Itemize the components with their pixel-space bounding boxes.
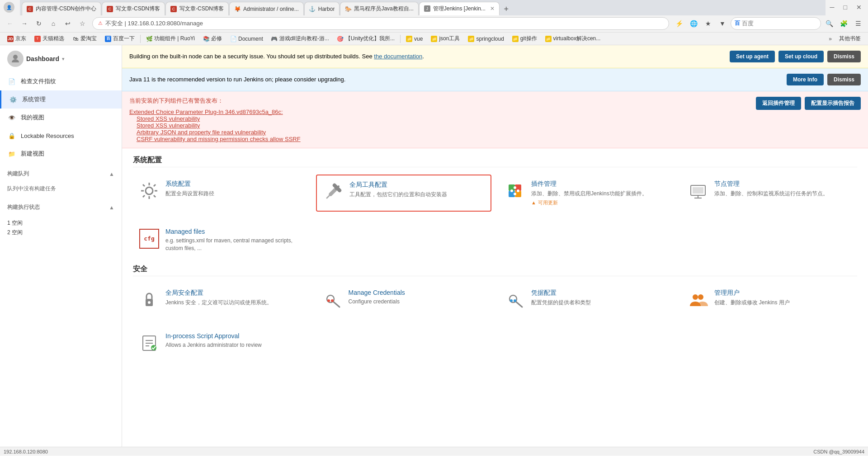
global-tools-title[interactable]: 全局工具配置: [349, 181, 486, 189]
sidebar-item-my-view[interactable]: 👁️ 我的视图: [0, 109, 122, 127]
sidebar-item-file-check[interactable]: 📄 检查文件指纹: [0, 72, 122, 90]
plugin-config-button[interactable]: 配置显示插告报告: [805, 97, 861, 110]
build-exec-status-1: 空闲: [12, 220, 23, 226]
search-bar[interactable]: 百: [731, 17, 821, 30]
build-exec-title: 构建执行状态: [7, 203, 40, 211]
managed-files-title[interactable]: Managed files: [165, 228, 303, 235]
security-dismiss-button[interactable]: Dismiss: [827, 51, 861, 62]
plugin-link-xss1[interactable]: Stored XSS vulnerability: [137, 115, 200, 122]
back-button[interactable]: ←: [4, 17, 16, 30]
plugins-title[interactable]: 插件管理: [531, 180, 669, 188]
plugin-link-csrf[interactable]: CSRF vulnerability and missing permissio…: [137, 136, 301, 142]
grid-item-sys-config[interactable]: 系统配置 配置全局设置和路径: [133, 175, 309, 212]
tab-title-csdn2: 写文章-CSDN博客: [116, 5, 160, 13]
java-dismiss-button[interactable]: Dismiss: [827, 74, 861, 85]
tab-harbor[interactable]: ⚓ Harbor: [304, 2, 340, 15]
grid-item-managed-files[interactable]: cfg Managed files e.g. settings.xml for …: [133, 222, 309, 258]
search-input[interactable]: [742, 20, 817, 27]
managed-files-desc: e.g. settings.xml for maven, central man…: [165, 237, 303, 252]
credentials-title[interactable]: Manage Credentials: [349, 289, 486, 296]
refresh-button[interactable]: ↻: [33, 17, 45, 30]
plugin-link-xss2[interactable]: Stored XSS vulnerability: [137, 122, 200, 129]
svg-point-31: [331, 299, 334, 302]
tab-close-jenkins[interactable]: ✕: [490, 5, 495, 12]
sidebar-item-new-view[interactable]: 📁 新建视图: [0, 145, 122, 163]
bookmark-vue[interactable]: 📁 vue: [402, 35, 426, 43]
home-button[interactable]: ⌂: [47, 17, 60, 30]
tab-csdn1[interactable]: C 内容管理-CSDN创作中心: [22, 2, 101, 15]
global-security-icon: [138, 289, 160, 311]
more-info-button[interactable]: More Info: [787, 74, 824, 85]
grid-item-nodes[interactable]: 节点管理 添加、删除、控制和监视系统运行任务的节点。: [682, 175, 858, 212]
back2-button[interactable]: ↩: [61, 17, 74, 30]
grid-item-credentials[interactable]: Manage Credentials Configure credentials: [316, 283, 492, 316]
script-approval-title[interactable]: In-process Script Approval: [165, 332, 303, 340]
bookmark-unity[interactable]: 🎯 【Unity优化】我所...: [334, 34, 398, 43]
grid-item-global-tools[interactable]: 全局工具配置 工具配置，包括它们的位置和自动安装器: [316, 175, 492, 212]
bookmark-button[interactable]: ☆: [76, 17, 89, 30]
tab-csdn2[interactable]: C 写文章-CSDN博客: [102, 2, 165, 15]
maximize-button[interactable]: □: [841, 4, 850, 11]
grid-item-global-security[interactable]: 全局安全配置 Jenkins 安全，定义谁可以访问或使用系统。: [133, 283, 309, 316]
bookmark-bixiu[interactable]: 📚 必修: [199, 34, 226, 43]
tab-heima[interactable]: 🐎 黑马程序员Java教程自...: [340, 2, 418, 15]
translate-button[interactable]: 🌐: [687, 17, 700, 30]
bookmark-spring[interactable]: 📁 springcloud: [464, 35, 507, 43]
bookmark-ruoyi[interactable]: 🌿 功能组件 | RuoYi: [142, 34, 198, 43]
star-button[interactable]: ★: [702, 17, 714, 30]
bookmark-json[interactable]: 📁 json工具: [427, 34, 463, 43]
setup-cloud-button[interactable]: Set up cloud: [778, 51, 824, 62]
nodes-title[interactable]: 节点管理: [714, 180, 852, 188]
new-tab-button[interactable]: +: [500, 3, 513, 15]
svg-point-0: [13, 55, 18, 59]
bookmark-git[interactable]: 📁 git操作: [509, 34, 541, 43]
tab-csdn3[interactable]: C 写文章-CSDN博客: [165, 2, 229, 15]
grid-item-users[interactable]: 管理用户 创建、删除或修改 Jenkins 用户: [682, 283, 858, 316]
forward-button[interactable]: →: [18, 17, 31, 30]
search-icon[interactable]: 🔍: [823, 17, 835, 30]
bookmarks-more-button[interactable]: »: [826, 35, 835, 43]
tab-title-csdn3: 写文章-CSDN博客: [179, 5, 224, 13]
global-security-title[interactable]: 全局安全配置: [165, 289, 303, 297]
dropdown-button[interactable]: ▼: [716, 17, 729, 30]
bookmark-document[interactable]: 📄 Document: [226, 35, 267, 43]
address-bar[interactable]: ⚠ 不安全 | 192.168.0.120:8080/manage: [92, 17, 669, 30]
tab-jenkins[interactable]: J 管理Jenkins [Jenkin... ✕: [419, 2, 500, 15]
bookmark-virtualbox[interactable]: 📁 virtualbox解决cen...: [542, 34, 604, 43]
grid-item-cred-config[interactable]: 凭据配置 配置凭据的提供者和类型: [499, 283, 675, 316]
grid-item-plugins[interactable]: 插件管理 添加、删除、禁用或启用Jenkins功能扩展插件。 ▲ 可用更新: [499, 175, 675, 212]
cred-config-desc: 配置凭据的提供者和类型: [531, 299, 669, 307]
cred-config-title[interactable]: 凭据配置: [531, 289, 669, 297]
dashboard-link[interactable]: Dashboard ▾: [0, 45, 122, 72]
bookmark-jd[interactable]: JD 京东: [4, 34, 30, 43]
menu-button[interactable]: ☰: [852, 17, 864, 30]
lightning-button[interactable]: ⚡: [673, 17, 685, 30]
status-bar: 192.168.0.120:8080 CSDN @qq_39009944: [0, 447, 868, 456]
sidebar-item-sys-manage[interactable]: ⚙️ 系统管理: [0, 90, 122, 109]
grid-item-script-approval[interactable]: In-process Script Approval Allows a Jenk…: [133, 327, 309, 359]
bookmark-label-json: json工具: [439, 35, 460, 43]
plugin-link-json[interactable]: Arbitrary JSON and property file read vu…: [137, 129, 266, 136]
build-queue-toggle[interactable]: ▲: [109, 171, 114, 177]
lock-icon: ⚠: [98, 20, 103, 26]
security-doc-link[interactable]: the documentation: [374, 53, 422, 60]
minimize-button[interactable]: ─: [827, 4, 837, 11]
bookmark-others[interactable]: 其他书签: [835, 34, 864, 43]
bookmark-baidu[interactable]: 百 百度一下: [101, 34, 138, 43]
sys-config-title[interactable]: 系统配置: [165, 180, 303, 188]
build-exec-toggle[interactable]: ▲: [109, 204, 114, 211]
tab-gitlab[interactable]: 🦊 Administrator / online...: [229, 2, 304, 15]
setup-agent-button[interactable]: Set up agent: [730, 51, 775, 62]
bookmark-game[interactable]: 🎮 游戏dll逆向教程-游...: [268, 34, 333, 43]
title-bar: 👤 C 内容管理-CSDN创作中心 C 写文章-CSDN博客 C 写文章-CSD…: [0, 0, 868, 14]
bookmark-label-game: 游戏dll逆向教程-游...: [279, 35, 329, 43]
users-title[interactable]: 管理用户: [714, 289, 852, 297]
extension-button[interactable]: 🧩: [837, 17, 850, 30]
close-button[interactable]: ✕: [854, 4, 864, 11]
plugin-manage-button[interactable]: 返回插件管理: [756, 97, 801, 110]
bookmark-aitaobao[interactable]: 🛍 爱淘宝: [69, 34, 100, 43]
bookmark-tianmao[interactable]: T 天猫精选: [31, 34, 68, 43]
bookmark-favicon-baidu: 百: [105, 36, 111, 42]
sidebar-item-lockable[interactable]: 🔒 Lockable Resources: [0, 127, 122, 145]
plugin-link-extended[interactable]: Extended Choice Parameter Plug-In 346.vd…: [129, 109, 283, 115]
